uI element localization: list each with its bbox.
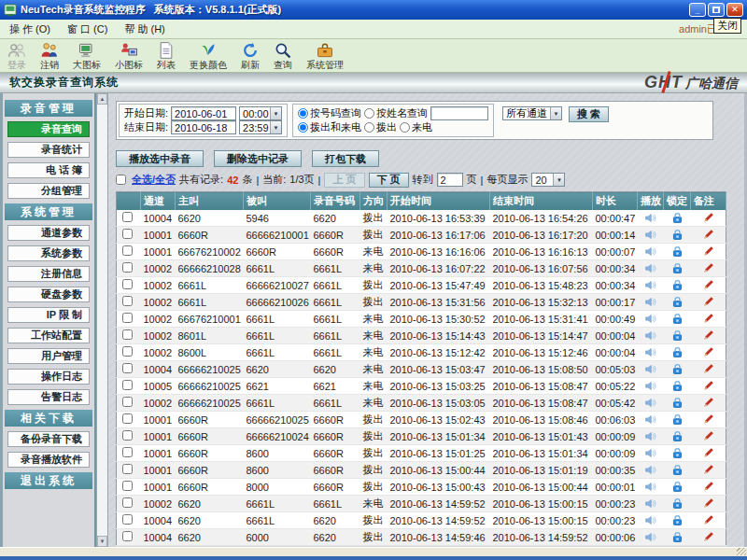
toolbar-button-system-admin[interactable]: 系统管理 bbox=[306, 41, 344, 70]
toolbar-button-refresh[interactable]: 刷新 bbox=[241, 41, 260, 70]
pen-icon[interactable] bbox=[694, 380, 724, 392]
query-by-name-radio[interactable]: 按姓名查询 bbox=[364, 106, 428, 120]
speaker-icon[interactable] bbox=[641, 313, 661, 325]
toolbar-button-change-color[interactable]: 更换颜色 bbox=[190, 41, 227, 70]
speaker-icon[interactable] bbox=[641, 346, 661, 358]
sidebar-item[interactable]: 注册信息 bbox=[7, 266, 90, 282]
pen-icon[interactable] bbox=[694, 481, 724, 493]
end-time-select[interactable]: 23:59▼ bbox=[239, 120, 282, 134]
radio-input[interactable] bbox=[400, 122, 410, 133]
channel-select[interactable]: 所有通道▼ bbox=[502, 106, 562, 120]
speaker-icon[interactable] bbox=[641, 329, 661, 342]
select-all-checkbox[interactable] bbox=[116, 175, 126, 185]
package-download-button[interactable]: 打包下载 bbox=[312, 150, 379, 167]
pen-icon[interactable] bbox=[694, 464, 724, 476]
sidebar-section-header[interactable]: 相关下载 bbox=[5, 410, 92, 427]
toolbar-button-query[interactable]: 查询 bbox=[274, 41, 292, 70]
sidebar-section-header[interactable]: 系统管理 bbox=[5, 203, 92, 220]
lock-icon[interactable] bbox=[667, 531, 688, 543]
speaker-icon[interactable] bbox=[641, 279, 661, 291]
maximize-button[interactable] bbox=[708, 3, 725, 17]
lock-icon[interactable] bbox=[667, 245, 688, 258]
sidebar-section-header[interactable]: 退出系统 bbox=[5, 472, 92, 489]
lock-icon[interactable] bbox=[667, 430, 688, 442]
pen-icon[interactable] bbox=[694, 329, 724, 342]
row-checkbox[interactable] bbox=[122, 531, 133, 541]
query-by-number-radio[interactable]: 按号码查询 bbox=[298, 106, 361, 120]
row-checkbox[interactable] bbox=[122, 363, 133, 373]
start-date-input[interactable]: 2010-06-01 bbox=[171, 106, 236, 120]
lock-icon[interactable] bbox=[667, 329, 688, 342]
play-selected-button[interactable]: 播放选中录音 bbox=[116, 150, 204, 167]
lock-icon[interactable] bbox=[667, 497, 688, 510]
start-time-select[interactable]: 00:00▼ bbox=[239, 106, 282, 120]
sidebar-item[interactable]: 电 话 簿 bbox=[7, 162, 90, 178]
row-checkbox[interactable] bbox=[122, 380, 133, 390]
direction-out-radio[interactable]: 拨出 bbox=[364, 120, 397, 134]
sidebar-item[interactable]: 硬盘参数 bbox=[7, 287, 90, 302]
direction-in-radio[interactable]: 来电 bbox=[400, 120, 432, 134]
speaker-icon[interactable] bbox=[641, 397, 661, 409]
name-query-input[interactable] bbox=[430, 106, 488, 120]
lock-icon[interactable] bbox=[667, 346, 688, 358]
lock-icon[interactable] bbox=[667, 313, 688, 325]
sidebar-item[interactable]: 录音播放软件 bbox=[7, 452, 90, 468]
toolbar-button-list-view[interactable]: 列表 bbox=[157, 41, 176, 70]
sidebar-item[interactable]: 告警日志 bbox=[7, 389, 90, 405]
lock-icon[interactable] bbox=[667, 447, 688, 459]
lock-icon[interactable] bbox=[667, 262, 688, 274]
sidebar-scrollbar[interactable]: ▲ ▼ bbox=[96, 93, 108, 547]
per-page-select[interactable]: 20▼ bbox=[531, 173, 565, 187]
row-checkbox[interactable] bbox=[122, 481, 133, 491]
scroll-down-icon[interactable]: ▼ bbox=[97, 536, 107, 547]
row-checkbox[interactable] bbox=[122, 497, 133, 508]
speaker-icon[interactable] bbox=[641, 262, 661, 274]
row-checkbox[interactable] bbox=[122, 346, 133, 357]
row-checkbox[interactable] bbox=[122, 229, 133, 239]
speaker-icon[interactable] bbox=[641, 229, 661, 241]
search-button[interactable]: 搜 索 bbox=[569, 106, 609, 122]
sidebar-item[interactable]: 分组管理 bbox=[7, 183, 90, 199]
pen-icon[interactable] bbox=[694, 245, 724, 258]
speaker-icon[interactable] bbox=[641, 363, 661, 375]
pen-icon[interactable] bbox=[694, 413, 724, 426]
sidebar-item[interactable]: 用户管理 bbox=[7, 348, 90, 364]
select-all-link[interactable]: 全选/全否 bbox=[132, 173, 176, 187]
row-checkbox[interactable] bbox=[122, 430, 133, 441]
pen-icon[interactable] bbox=[694, 430, 724, 442]
row-checkbox[interactable] bbox=[122, 279, 133, 289]
speaker-icon[interactable] bbox=[641, 447, 661, 459]
resize-grip[interactable] bbox=[737, 548, 746, 555]
pen-icon[interactable] bbox=[694, 447, 724, 459]
speaker-icon[interactable] bbox=[641, 464, 661, 476]
toolbar-button-larges-icon[interactable]: 大图标 bbox=[73, 41, 101, 70]
pen-icon[interactable] bbox=[694, 262, 724, 274]
pen-icon[interactable] bbox=[694, 346, 724, 358]
pen-icon[interactable] bbox=[694, 296, 724, 308]
speaker-icon[interactable] bbox=[641, 430, 661, 442]
menu-help[interactable]: 帮 助 (H) bbox=[124, 22, 164, 36]
pen-icon[interactable] bbox=[694, 313, 724, 325]
close-button[interactable]: ✕ bbox=[726, 3, 743, 17]
pen-icon[interactable] bbox=[694, 279, 724, 291]
direction-both-radio[interactable]: 拨出和来电 bbox=[298, 120, 361, 134]
speaker-icon[interactable] bbox=[641, 531, 661, 543]
row-checkbox[interactable] bbox=[122, 413, 133, 424]
row-checkbox[interactable] bbox=[122, 313, 133, 323]
lock-icon[interactable] bbox=[667, 413, 688, 426]
lock-icon[interactable] bbox=[667, 296, 688, 308]
sidebar-section-header[interactable]: 录音管理 bbox=[5, 100, 92, 117]
speaker-icon[interactable] bbox=[641, 212, 661, 224]
lock-icon[interactable] bbox=[667, 514, 688, 526]
row-checkbox[interactable] bbox=[122, 296, 133, 306]
minimize-button[interactable]: _ bbox=[689, 3, 706, 17]
sidebar-item[interactable]: 工作站配置 bbox=[7, 328, 90, 343]
pen-icon[interactable] bbox=[694, 229, 724, 241]
end-date-input[interactable]: 2010-06-18 bbox=[171, 120, 236, 134]
radio-input[interactable] bbox=[298, 122, 308, 133]
radio-input[interactable] bbox=[298, 108, 308, 119]
row-checkbox[interactable] bbox=[122, 514, 133, 525]
sidebar-item[interactable]: 系统参数 bbox=[7, 245, 90, 261]
lock-icon[interactable] bbox=[667, 397, 688, 409]
pen-icon[interactable] bbox=[694, 531, 724, 543]
